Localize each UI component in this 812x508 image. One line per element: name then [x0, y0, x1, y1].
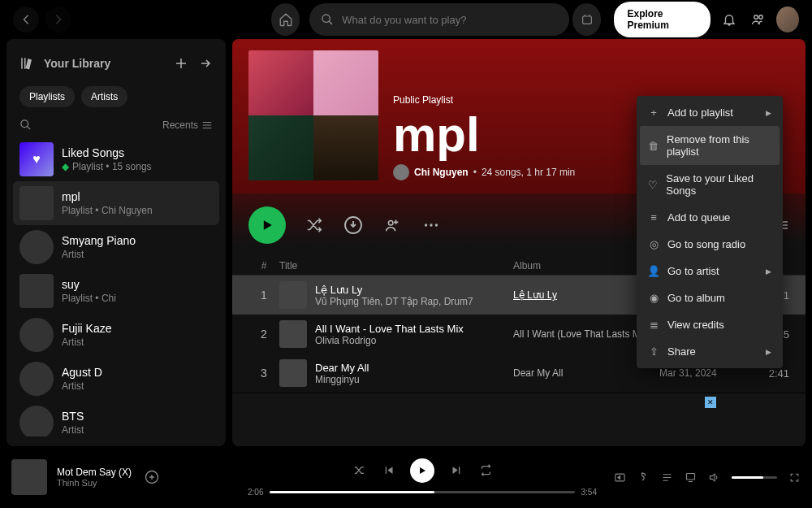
- total-time: 3:54: [581, 488, 597, 497]
- svg-point-0: [322, 15, 330, 22]
- sidebar-item-name: Liked Songs: [62, 146, 152, 159]
- nav-back-button[interactable]: [13, 7, 39, 33]
- now-playing-title[interactable]: Mot Dem Say (X): [57, 467, 132, 478]
- volume-button[interactable]: [708, 471, 720, 484]
- col-title: Title: [279, 260, 513, 271]
- sidebar-item-sub: Artist: [62, 336, 111, 348]
- nav-forward-button[interactable]: [45, 7, 71, 33]
- ad-banner: ✕: [232, 393, 806, 446]
- ctx-icon: ≡: [648, 211, 659, 224]
- sidebar-item-name: Agust D: [62, 366, 102, 379]
- ctx-label: Save to your Liked Songs: [666, 172, 771, 197]
- ctx-item[interactable]: ≣View credits: [640, 311, 780, 338]
- ctx-item[interactable]: 👤Go to artist▶: [640, 258, 780, 284]
- ctx-item[interactable]: +Add to playlist▶: [640, 99, 780, 126]
- volume-slider[interactable]: [732, 476, 777, 479]
- create-playlist-button[interactable]: [174, 56, 188, 71]
- sort-button[interactable]: Recents: [162, 119, 213, 131]
- chip-playlists[interactable]: Playlists: [19, 86, 75, 107]
- ctx-item[interactable]: ≡Add to queue: [640, 204, 780, 231]
- friends-icon[interactable]: [747, 7, 770, 33]
- svg-rect-1: [583, 16, 592, 24]
- sidebar-item[interactable]: BTSArtist: [13, 401, 219, 436]
- sidebar-item-name: Fujii Kaze: [62, 322, 111, 335]
- ctx-icon: ◎: [648, 238, 659, 250]
- sidebar-item[interactable]: mplPlaylist • Chi Nguyen: [13, 181, 219, 225]
- playlist-type: Public Playlist: [393, 94, 575, 106]
- ctx-item[interactable]: ♡Save to your Liked Songs: [640, 165, 780, 204]
- svg-point-7: [425, 224, 427, 226]
- search-bar[interactable]: [309, 3, 569, 36]
- ctx-label: Go to artist: [667, 265, 719, 277]
- ctx-item[interactable]: 🗑Remove from this playlist: [640, 126, 780, 165]
- sidebar-item-sub: ◆Playlist • 15 songs: [62, 161, 152, 172]
- track-artist: Vũ Phụng Tiên, DT Tập Rap, Drum7: [315, 296, 473, 307]
- fullscreen-button[interactable]: [788, 471, 801, 484]
- ctx-icon: ≣: [648, 319, 659, 331]
- now-playing-art[interactable]: [11, 459, 47, 495]
- player-shuffle-button[interactable]: [352, 463, 366, 478]
- add-to-liked-button[interactable]: [145, 470, 159, 484]
- ctx-item[interactable]: ⇧Share▶: [640, 338, 780, 365]
- player-play-button[interactable]: [410, 458, 434, 483]
- svg-point-9: [435, 224, 438, 226]
- ctx-item[interactable]: ◎Go to song radio: [640, 231, 780, 258]
- ad-close-button[interactable]: ✕: [705, 397, 716, 408]
- player-repeat-button[interactable]: [478, 463, 493, 478]
- now-playing-artist[interactable]: Thinh Suy: [57, 478, 132, 488]
- player-next-button[interactable]: [449, 463, 464, 478]
- home-button[interactable]: [271, 3, 300, 36]
- track-date: Mar 31, 2024: [659, 367, 749, 379]
- sidebar-item-art: [19, 186, 54, 220]
- search-input[interactable]: [342, 14, 558, 26]
- queue-button[interactable]: [661, 471, 673, 484]
- browse-button[interactable]: [572, 3, 601, 36]
- owner-avatar[interactable]: [393, 164, 409, 180]
- sidebar-item[interactable]: suyPlaylist • Chi: [13, 269, 219, 313]
- playlist-stats: 24 songs, 1 hr 17 min: [482, 167, 575, 178]
- chip-artists[interactable]: Artists: [81, 86, 127, 107]
- sidebar-item[interactable]: Agust DArtist: [13, 357, 219, 401]
- track-artist: Mingginyu: [315, 374, 369, 385]
- chevron-right-icon: ▶: [766, 109, 771, 117]
- devices-button[interactable]: [685, 471, 697, 484]
- sidebar-item-sub: Artist: [62, 424, 84, 436]
- notifications-icon[interactable]: [717, 7, 740, 33]
- now-playing-view-button[interactable]: [614, 471, 626, 484]
- shuffle-button[interactable]: [304, 215, 325, 236]
- svg-point-6: [388, 221, 393, 226]
- sidebar-item-sub: Playlist • Chi Nguyen: [62, 205, 153, 216]
- expand-library-button[interactable]: [198, 56, 213, 71]
- svg-point-8: [430, 224, 432, 226]
- svg-point-2: [754, 15, 758, 20]
- sidebar-item-name: Smyang Piano: [62, 234, 136, 247]
- sidebar-item-art: ♥: [19, 142, 54, 176]
- sidebar-item[interactable]: Smyang PianoArtist: [13, 225, 219, 269]
- library-search-button[interactable]: [19, 119, 32, 131]
- track-name: Dear My All: [315, 362, 369, 374]
- ctx-label: Remove from this playlist: [667, 133, 771, 158]
- ctx-label: Go to album: [667, 292, 725, 304]
- playlist-cover: [248, 50, 378, 180]
- sidebar-item-sub: Playlist • Chi: [62, 293, 116, 304]
- play-button[interactable]: [248, 206, 286, 244]
- ctx-label: Go to song radio: [667, 238, 745, 250]
- explore-premium-button[interactable]: Explore Premium: [614, 2, 710, 37]
- player-prev-button[interactable]: [381, 463, 395, 478]
- elapsed-time: 2:06: [248, 488, 263, 497]
- seek-bar[interactable]: [270, 491, 574, 493]
- library-title: Your Library: [44, 57, 164, 70]
- sidebar-item[interactable]: Fujii KazeArtist: [13, 313, 219, 357]
- track-album[interactable]: Dear My All: [513, 367, 659, 379]
- sidebar-item[interactable]: ♥Liked Songs◆Playlist • 15 songs: [13, 137, 219, 181]
- download-button[interactable]: [343, 215, 364, 236]
- invite-button[interactable]: [382, 215, 403, 236]
- track-index: 1: [248, 289, 279, 302]
- more-button[interactable]: [421, 215, 442, 236]
- sidebar-item-name: BTS: [62, 410, 84, 423]
- svg-point-3: [758, 15, 762, 20]
- owner-name[interactable]: Chi Nguyen: [414, 167, 469, 178]
- ctx-item[interactable]: ◉Go to album: [640, 284, 780, 311]
- avatar[interactable]: [776, 7, 799, 33]
- lyrics-button[interactable]: [637, 471, 650, 484]
